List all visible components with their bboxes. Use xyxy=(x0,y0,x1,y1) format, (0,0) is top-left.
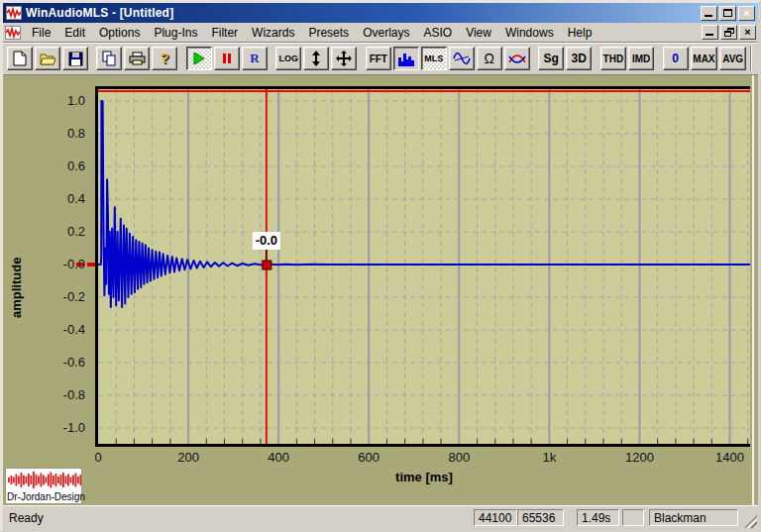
toolbar-separator xyxy=(750,46,752,71)
menu-wizards[interactable]: Wizards xyxy=(245,24,301,42)
printer-icon xyxy=(129,52,146,65)
title-bar: WinAudioMLS - [Untitled] × xyxy=(3,3,758,23)
cursor-value-label: -0.0 xyxy=(253,232,280,250)
app-window: WinAudioMLS - [Untitled] × File Edit Opt… xyxy=(0,0,761,532)
logo-waveform-icon xyxy=(6,469,81,491)
plot-area[interactable] xyxy=(98,89,750,444)
save-floppy-icon xyxy=(68,52,83,66)
status-sample-rate: 44100 xyxy=(474,509,517,526)
y-tick-label: 0.4 xyxy=(38,191,85,206)
close-button[interactable]: × xyxy=(738,6,755,21)
help-button[interactable]: ? xyxy=(152,47,177,70)
menu-file[interactable]: File xyxy=(25,24,57,42)
zero-button[interactable]: 0 xyxy=(663,47,689,70)
3d-button[interactable]: 3D xyxy=(566,47,592,70)
vertical-arrows-icon xyxy=(312,51,320,66)
vertical-scale-button[interactable] xyxy=(303,47,329,70)
impulse-response-chart[interactable] xyxy=(98,89,750,444)
copy-button[interactable] xyxy=(96,47,122,70)
menu-filter[interactable]: Filter xyxy=(204,24,245,42)
toolbar: ? R LOG FFT MLS Ω Sg 3D THD IMD 0 MAX AV… xyxy=(3,43,758,75)
y-tick-label: 0.6 xyxy=(38,159,85,173)
pause-icon xyxy=(223,53,231,63)
status-fft-size: 65536 xyxy=(517,509,564,526)
menu-edit[interactable]: Edit xyxy=(57,24,92,42)
menu-asio[interactable]: ASIO xyxy=(416,24,459,42)
open-folder-icon xyxy=(40,52,56,65)
restore-icon xyxy=(724,28,734,37)
avg-button[interactable]: AVG xyxy=(719,47,746,70)
mdi-close-button[interactable]: × xyxy=(739,25,756,40)
plot-border-top xyxy=(95,86,750,89)
document-icon[interactable] xyxy=(5,26,21,40)
menu-windows[interactable]: Windows xyxy=(498,24,561,42)
sweep-curves-icon xyxy=(508,53,526,65)
frame-highlight xyxy=(752,75,754,505)
record-button[interactable]: R xyxy=(242,47,268,70)
open-button[interactable] xyxy=(35,47,60,70)
y-tick-label: 0.2 xyxy=(38,224,85,239)
menu-view[interactable]: View xyxy=(459,24,498,42)
x-tick-label: 1k xyxy=(542,450,556,465)
pause-button[interactable] xyxy=(214,47,240,70)
scope-button[interactable] xyxy=(449,47,475,70)
status-window-function: Blackman xyxy=(649,509,738,526)
copy-icon xyxy=(102,51,117,66)
maximize-button[interactable] xyxy=(719,6,736,21)
pan-button[interactable] xyxy=(331,47,357,70)
menu-overlays[interactable]: Overlays xyxy=(356,24,416,42)
x-axis-title: time [ms] xyxy=(352,470,496,484)
new-file-icon xyxy=(13,51,27,66)
y-tick-label: -0.6 xyxy=(38,355,85,370)
x-tick-label: 400 xyxy=(268,450,289,465)
x-tick-label: 600 xyxy=(358,450,380,465)
menu-help[interactable]: Help xyxy=(561,24,599,42)
menu-presets[interactable]: Presets xyxy=(301,24,356,42)
signal-generator-button[interactable]: Sg xyxy=(538,47,564,70)
mdi-minimize-button[interactable] xyxy=(702,25,718,40)
x-tick-label: 800 xyxy=(448,450,470,465)
mls-button[interactable]: MLS xyxy=(421,47,447,70)
y-tick-label: -0.4 xyxy=(38,322,85,337)
status-duration: 1.49s xyxy=(577,509,619,526)
sweep-button[interactable] xyxy=(504,47,530,70)
max-button[interactable]: MAX xyxy=(691,47,718,70)
close-icon: × xyxy=(744,27,750,38)
status-message: Ready xyxy=(9,511,44,525)
y-tick-label: -0.2 xyxy=(38,289,85,304)
plot-client-area: amplitude time [ms] -0.0 1.00.80.60.40.2… xyxy=(3,75,758,505)
y-tick-label: 0.8 xyxy=(38,126,85,141)
fft-button[interactable]: FFT xyxy=(366,47,391,70)
print-button[interactable] xyxy=(124,47,150,70)
status-empty-field xyxy=(622,509,644,526)
minimize-icon xyxy=(705,15,712,17)
close-icon: × xyxy=(743,8,749,19)
y-tick-label: 1.0 xyxy=(38,93,85,108)
play-icon xyxy=(193,53,205,64)
mdi-restore-button[interactable] xyxy=(720,25,737,40)
plot-border-left xyxy=(95,86,98,447)
resize-grip[interactable] xyxy=(744,515,757,528)
log-scale-button[interactable]: LOG xyxy=(275,47,301,70)
y-tick-label: -0.8 xyxy=(38,387,85,402)
imd-button[interactable]: IMD xyxy=(628,47,654,70)
save-button[interactable] xyxy=(62,47,88,70)
help-icon: ? xyxy=(161,51,169,66)
menu-bar: File Edit Options Plug-Ins Filter Wizard… xyxy=(3,23,758,43)
menu-options[interactable]: Options xyxy=(92,24,147,42)
maximize-icon xyxy=(723,9,732,17)
menu-plugins[interactable]: Plug-Ins xyxy=(147,24,204,42)
new-button[interactable] xyxy=(7,47,33,70)
r-icon: R xyxy=(250,51,259,66)
status-bar: Ready 44100 65536 1.49s Blackman xyxy=(3,505,758,529)
y-axis-title: amplitude xyxy=(9,258,24,318)
spectrum-bars-button[interactable] xyxy=(393,47,419,70)
minimize-icon xyxy=(706,34,713,36)
sine-wave-icon xyxy=(453,52,471,65)
x-tick-label: 1200 xyxy=(625,450,654,465)
x-tick-label: 0 xyxy=(94,450,101,465)
impedance-button[interactable]: Ω xyxy=(477,47,502,70)
thd-button[interactable]: THD xyxy=(600,47,626,70)
minimize-button[interactable] xyxy=(701,6,717,21)
play-button[interactable] xyxy=(186,47,212,70)
